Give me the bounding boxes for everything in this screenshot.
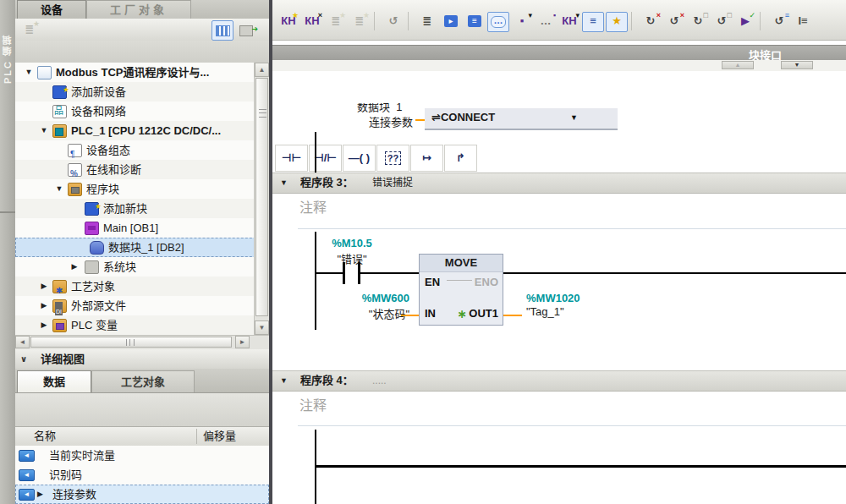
close-all-networks-icon[interactable]: ≡	[464, 12, 486, 32]
column-offset[interactable]: 偏移量	[203, 427, 236, 446]
add-output-icon[interactable]: ∗	[457, 307, 467, 320]
scrollbar-thumb[interactable]	[30, 337, 232, 348]
scroll-down-icon[interactable]: ▼	[255, 320, 269, 335]
interface-collapse-icon[interactable]: ▼	[781, 61, 813, 69]
cancel-transfer-icon[interactable]: ↺×	[663, 12, 685, 32]
empty-box-button[interactable]: ??	[376, 145, 409, 172]
out-address[interactable]: %MW1020	[526, 292, 580, 304]
operand-comment-icon[interactable]: …▪	[535, 12, 557, 32]
tree-horizontal-scrollbar[interactable]: ◄ ►	[15, 335, 269, 350]
tree-item-program-blocks[interactable]: ▼ 程序块	[15, 179, 269, 199]
tree-item-technology-objects[interactable]: ▶ 工艺对象	[15, 277, 269, 296]
tree-item-device-config[interactable]: 设备组态	[15, 140, 269, 160]
column-name[interactable]: 名称	[34, 427, 56, 446]
call-environment-icon[interactable]: ↺≡	[768, 12, 790, 32]
scroll-up-icon[interactable]: ▲	[255, 63, 269, 77]
tab-technology-objects[interactable]: 工艺对象	[91, 370, 195, 392]
in-address[interactable]: %MW600	[298, 292, 409, 304]
sort-tree-icon[interactable]: ≣★	[19, 20, 41, 41]
left-edge-task-strip[interactable]: PLC 编辑	[0, 0, 16, 504]
detail-table-header: 名称 偏移量	[15, 426, 269, 447]
interface-expand-icon[interactable]: ▲	[722, 61, 754, 69]
tree-item-online-diagnostics[interactable]: 在线和诊断	[15, 160, 269, 179]
detail-row-id[interactable]: ◄ 识别码	[15, 465, 269, 485]
out1-pin[interactable]: OUT1	[469, 307, 498, 320]
expand-icon[interactable]: ▶	[39, 277, 49, 296]
favorites-toolbar-icon[interactable]: ≡	[582, 12, 604, 32]
tree-item-plc-tags[interactable]: ▶ PLC 变量	[15, 315, 269, 335]
tree-item-external-sources[interactable]: ▶ 外部源文件	[15, 296, 269, 315]
expand-icon[interactable]: ▶	[69, 257, 80, 277]
delete-network-icon[interactable]: КН×	[301, 12, 323, 32]
contact-closed-button[interactable]: ⊣/⊢	[309, 145, 342, 172]
go-offline-icon[interactable]: ↻×	[640, 12, 662, 32]
network-4-header[interactable]: ▼ 程序段 4： .....	[272, 370, 846, 392]
tree-item-add-device[interactable]: 添加新设备	[15, 82, 269, 101]
contact-address[interactable]: %M10.5	[305, 237, 399, 249]
out-tag-name[interactable]: "Tag_1"	[526, 305, 564, 318]
collapse-detail-icon[interactable]: ∨	[20, 349, 34, 369]
tree-item-devices-networks[interactable]: 设备和网络	[15, 101, 269, 121]
tree-item-data-block-db2[interactable]: 数据块_1 [DB2]	[15, 238, 269, 257]
reset-start-values-icon[interactable]: ↺	[382, 12, 404, 32]
expand-networks-icon[interactable]: ≣	[416, 12, 438, 32]
scroll-left-icon[interactable]: ◄	[15, 336, 30, 348]
in-tag-name[interactable]: "状态码"	[298, 305, 409, 321]
insert-row-icon[interactable]: ≣★	[325, 12, 347, 32]
network-3-header[interactable]: ▼ 程序段 3： 错误捕捉	[272, 173, 846, 194]
tree-item-system-blocks[interactable]: ▶ 系统块	[15, 257, 269, 277]
eno-pin[interactable]: ENO	[475, 276, 498, 288]
insert-row-after-icon[interactable]: ≣★	[349, 12, 371, 32]
collapse-icon[interactable]: ▼	[39, 121, 49, 140]
detail-row-connect-params[interactable]: ◄ ▶ 连接参数	[15, 485, 269, 504]
coil-button[interactable]: —( )—	[343, 145, 376, 172]
connect-param-field[interactable]: ⇌CONNECT ▼	[425, 108, 618, 130]
contact-tag-name[interactable]: "错误"	[305, 250, 399, 266]
tree-item-main-ob1[interactable]: Main [OB1]	[15, 218, 269, 238]
rung-wire	[315, 465, 846, 468]
scrollbar-thumb[interactable]	[255, 78, 268, 316]
collapse-icon[interactable]: ▼	[24, 63, 34, 82]
tree-item-add-block[interactable]: 添加新块	[15, 199, 269, 218]
column-divider	[196, 429, 197, 444]
tree-vertical-scrollbar[interactable]: ▲ ▼	[254, 63, 269, 335]
import-table-icon[interactable]: ➔	[235, 20, 257, 41]
instruction-favorites-icon[interactable]: ★	[606, 12, 628, 32]
open-all-networks-icon[interactable]: ▸	[440, 12, 462, 32]
scroll-right-icon[interactable]: ►	[235, 336, 250, 348]
close-branch-button[interactable]: ↱	[444, 145, 477, 172]
detail-row-flow[interactable]: ◄ 当前实时流量	[15, 446, 269, 465]
operand-block-icon[interactable]: ▪▾	[511, 12, 533, 32]
column-view-icon[interactable]	[212, 20, 233, 41]
download-to-device-icon[interactable]: ↺□	[711, 12, 733, 32]
in-pin[interactable]: IN	[425, 307, 436, 320]
tab-data[interactable]: 数据	[17, 370, 91, 392]
collapse-icon[interactable]: ▼	[54, 179, 64, 199]
expand-icon[interactable]: ▶	[39, 296, 49, 315]
expand-icon[interactable]: ▶	[39, 315, 49, 335]
absolute-operands-icon[interactable]: I≡	[792, 12, 814, 32]
detail-view-header[interactable]: ∨ 详细视图	[15, 349, 269, 370]
network-3-comment[interactable]: 注释	[299, 196, 327, 216]
tree-item-project[interactable]: ▼ Modbus TCP通讯程序设计与...	[15, 63, 269, 82]
collapse-network-icon[interactable]: ▼	[280, 371, 288, 390]
block-interface-bar[interactable]: 块接口	[272, 45, 846, 61]
en-pin[interactable]: EN	[425, 276, 440, 288]
open-branch-button[interactable]: ↦	[410, 145, 443, 172]
tab-devices[interactable]: 设备	[17, 0, 86, 19]
network-comments-icon[interactable]: …	[487, 12, 509, 32]
move-instruction-box[interactable]: MOVE EN ENO IN ∗ OUT1	[419, 254, 503, 326]
upload-from-device-icon[interactable]: ↻□	[687, 12, 709, 32]
network-4-comment[interactable]: 注释	[299, 394, 327, 414]
collapse-network-icon[interactable]: ▼	[280, 173, 288, 192]
dropdown-icon[interactable]: ▼	[570, 108, 578, 127]
tab-plant-objects[interactable]: 工厂对象	[86, 0, 191, 19]
tree-item-plc1[interactable]: ▼ PLC_1 [CPU 1212C DC/DC/...	[15, 121, 269, 140]
expand-icon[interactable]: ▶	[37, 485, 43, 504]
insert-network-icon[interactable]: КН★	[277, 12, 299, 32]
symbol-display-icon[interactable]: КН▾	[558, 12, 580, 32]
external-sources-icon	[52, 299, 67, 313]
go-online-icon[interactable]: ▶✓	[734, 12, 756, 32]
contact-open-button[interactable]: ⊣⊢	[275, 145, 308, 172]
rung-wire	[315, 272, 846, 274]
